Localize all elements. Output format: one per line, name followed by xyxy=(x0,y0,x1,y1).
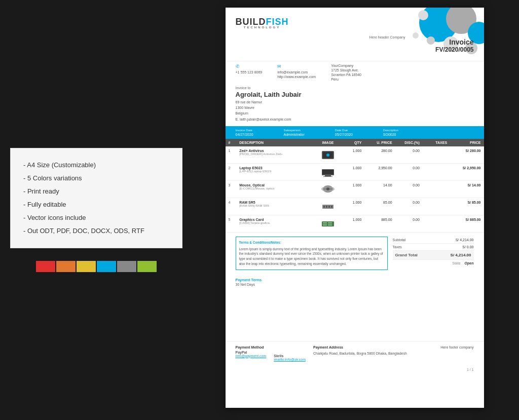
cell-image xyxy=(316,198,340,215)
logo-fish: FISH xyxy=(266,17,289,27)
payment-terms-title: Payment Terms xyxy=(236,278,474,282)
info-salesperson: Salesperson Administrator xyxy=(284,129,305,136)
email-icon: ✉ xyxy=(277,64,316,69)
feature-a4: - A4 Size (Customizable) xyxy=(23,159,169,172)
cell-disc: 0.00 xyxy=(395,163,423,180)
footer-skrils: Skrils imailto:info@sk.com xyxy=(274,346,306,361)
payment-terms-section: Payment Terms 30 Net Days xyxy=(226,274,484,290)
cell-num: 4 xyxy=(226,198,237,215)
invoice-header: BUILDFISH TECHNOLOGY Here header Company… xyxy=(226,8,484,61)
grand-total-label: Grand Total xyxy=(395,253,418,257)
cell-qty: 1.000 xyxy=(340,146,364,164)
invoice-paper: BUILDFISH TECHNOLOGY Here header Company… xyxy=(226,8,484,408)
cell-disc: 0.00 xyxy=(395,215,423,232)
invoice-number: FV/2020/0005 xyxy=(435,46,473,53)
footer-payment-address: Payment Address Chaikjatu Road, Badurtol… xyxy=(313,346,407,361)
skrils-link[interactable]: imailto:info@sk.com xyxy=(274,358,306,361)
info-invoice-date: Invoice Date 04/27/2020 xyxy=(236,129,253,136)
paypal-label: PayPal xyxy=(236,351,267,354)
client-street: 69 rue de Namur xyxy=(236,99,474,105)
invoice-footer: Payment Method PayPal Info@payment.com S… xyxy=(226,341,484,365)
swatch-red xyxy=(36,261,55,272)
cell-description: Laptop E5023 [LAP-E5] Laptop E5023 xyxy=(236,163,316,180)
taxes-value: S/ 0.00 xyxy=(462,245,473,249)
invoice-title: Invoice xyxy=(435,38,473,46)
date-due-value: 05/27/2020 xyxy=(335,133,353,136)
taxes-row: Taxes S/ 0.00 xyxy=(393,244,474,251)
cell-uprice: 14.00 xyxy=(364,180,395,198)
cell-price: S/ 85.00 xyxy=(450,198,484,215)
state-label: State xyxy=(452,261,460,265)
table-row: 1 Zed+ Antivirus [PROD_ORDER] Antivirus … xyxy=(226,146,484,164)
email-address: info@example.com xyxy=(277,70,316,74)
contact-email: ✉ info@example.com http://www.example.co… xyxy=(277,64,316,81)
payment-terms-value: 30 Net Days xyxy=(236,283,474,286)
paypal-link[interactable]: Info@payment.com xyxy=(236,354,267,358)
col-num: # xyxy=(226,139,237,146)
cell-description: Mouse, Optical [E-COM11] Mouse, optico xyxy=(236,180,316,198)
feature-editable: - Fully editable xyxy=(23,198,169,211)
phone-icon: ✆ xyxy=(236,64,263,69)
contact-phone: ✆ +1 555 123 8069 xyxy=(236,64,263,81)
cell-description: Zed+ Antivirus [PROD_ORDER] Antivirus Ze… xyxy=(236,146,316,164)
svg-rect-21 xyxy=(328,206,330,208)
cell-taxes xyxy=(423,163,450,180)
svg-point-10 xyxy=(326,154,329,157)
company-name: YourCompany xyxy=(331,64,361,67)
info-description: Description SO0020 xyxy=(383,129,398,136)
cell-qty: 1.000 xyxy=(340,198,364,215)
table-row: 5 Graphics Card [CARD] Tarjeta grafica 1… xyxy=(226,215,484,232)
cell-description: RAM SR5 [RAM-SR5] RAM SR5 xyxy=(236,198,316,215)
subtotal-value: S/ 4,214.00 xyxy=(456,238,474,242)
payment-address-title: Payment Address xyxy=(313,346,407,349)
invoice-table: # DESCRIPTION IMAGE QTY U. PRICE DISC.(%… xyxy=(226,139,484,233)
cell-uprice: 280.00 xyxy=(364,146,395,164)
col-qty: QTY xyxy=(340,139,364,146)
footer-company-text: Here footer company xyxy=(440,346,473,349)
grand-total-row: Grand Total S/ 4,214.00 xyxy=(393,251,474,260)
svg-rect-20 xyxy=(326,206,327,208)
payment-address: Chaikjatu Road, Badurtola, Bogra 5800 Dh… xyxy=(313,351,407,356)
cell-taxes xyxy=(423,180,450,198)
totals-box: Subtotal S/ 4,214.00 Taxes S/ 0.00 Grand… xyxy=(393,237,474,270)
cell-description: Graphics Card [CARD] Tarjeta grafica xyxy=(236,215,316,232)
feature-vector: - Vector icons include xyxy=(23,211,169,224)
cell-num: 5 xyxy=(226,215,237,232)
svg-rect-19 xyxy=(323,206,325,208)
swatch-gray xyxy=(117,261,136,272)
features-box: - A4 Size (Customizable) - 5 Colors vari… xyxy=(10,148,182,248)
cell-disc: 0.00 xyxy=(395,146,423,164)
logo-build: BUILD xyxy=(236,17,266,27)
grand-total-value: S/ 4,214.00 xyxy=(451,253,471,257)
logo-area: BUILDFISH TECHNOLOGY xyxy=(236,17,289,29)
col-disc: DISC.(%) xyxy=(395,139,423,146)
invoice-title-area: Invoice FV/2020/0005 xyxy=(435,38,473,53)
svg-rect-12 xyxy=(322,170,333,174)
main-container: - A4 Size (Customizable) - 5 Colors vari… xyxy=(0,0,519,420)
cell-num: 2 xyxy=(226,163,237,180)
contact-company: YourCompany 1725 Slough Ave. Scranton PA… xyxy=(331,64,361,81)
cell-image xyxy=(316,180,340,198)
taxes-label: Taxes xyxy=(393,245,402,249)
subtotal-label: Subtotal xyxy=(393,238,406,242)
invoice-date-value: 04/27/2020 xyxy=(236,133,253,136)
invoice-to-label: Invoice to xyxy=(236,86,474,90)
company-address: 1725 Slough Ave. xyxy=(331,68,361,72)
cell-uprice: 885.00 xyxy=(364,215,395,232)
header-company-text: Here header Company xyxy=(369,35,405,39)
svg-rect-26 xyxy=(328,222,332,223)
col-image: IMAGE xyxy=(316,139,340,146)
cell-image xyxy=(316,215,340,232)
feature-formats: - Out ODT, PDF, DOC, DOCX, ODS, RTF xyxy=(23,224,169,238)
table-row: 2 Laptop E5023 [LAP-E5] Laptop E5023 1.0… xyxy=(226,163,484,180)
col-uprice: U. PRICE xyxy=(364,139,395,146)
cell-price: S/ 14.00 xyxy=(450,180,484,198)
client-postal: 1300 Wavre xyxy=(236,105,474,110)
svg-rect-23 xyxy=(322,221,334,226)
cell-uprice: 85.00 xyxy=(364,198,395,215)
cell-image xyxy=(316,163,340,180)
swatch-blue xyxy=(97,261,116,272)
cell-price: S/ 2,950.00 xyxy=(450,163,484,180)
terms-text: Lorem Ipsum is simply dummy text of the … xyxy=(239,247,384,266)
cell-qty: 1.000 xyxy=(340,180,364,198)
